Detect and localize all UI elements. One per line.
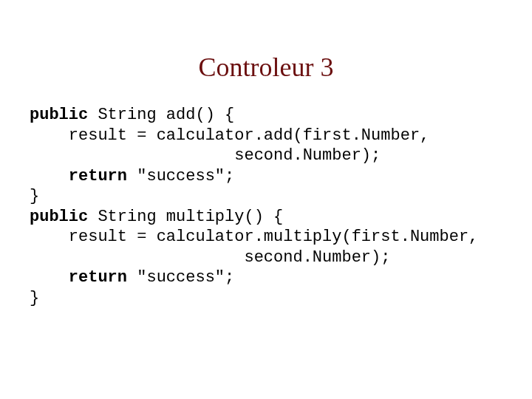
keyword-public: public [30,208,88,226]
code-text: result = calculator.multiply(first.Numbe… [30,228,478,246]
keyword-return: return [69,167,127,185]
code-text: } [30,289,39,307]
code-text: "success"; [127,268,234,287]
code-text: String add() { [88,106,234,124]
slide-title: Controleur 3 [0,52,532,83]
keyword-public: public [30,106,88,124]
code-text: result = calculator.add(first.Number, [30,126,429,145]
code-block: public String add() { result = calculato… [30,105,532,308]
code-text: "success"; [127,167,234,185]
code-text: second.Number); [30,146,381,165]
keyword-return: return [69,268,127,287]
code-text: String multiply() { [88,208,283,226]
code-text: } [30,187,39,205]
slide: Controleur 3 public String add() { resul… [0,52,532,399]
code-indent [30,167,69,185]
code-text: second.Number); [30,248,390,267]
code-indent [30,268,69,287]
